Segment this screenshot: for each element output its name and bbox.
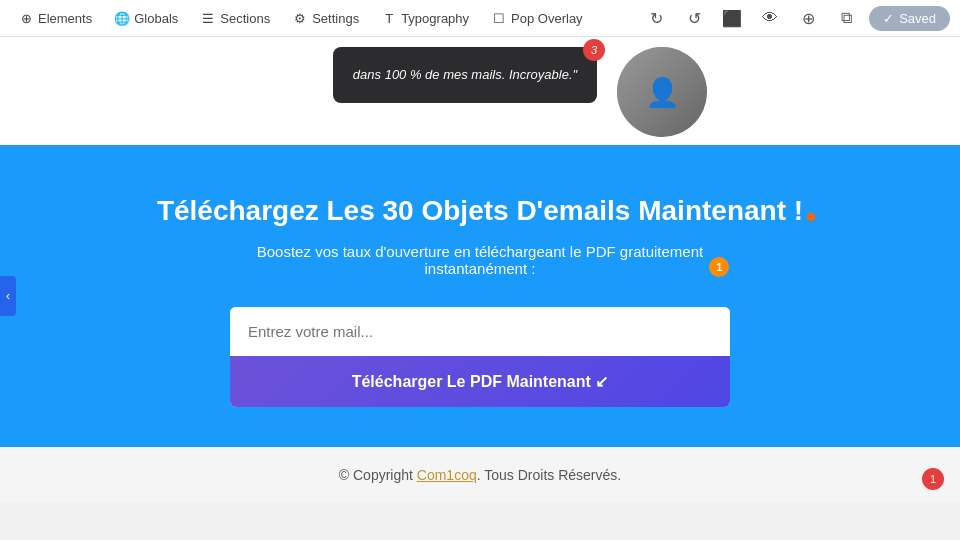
blue-heading: Téléchargez Les 30 Objets D'emails Maint… [157, 195, 803, 227]
eye-icon[interactable]: 👁 [755, 3, 785, 33]
settings-label: Settings [312, 11, 359, 26]
avatar: 👤 [617, 47, 707, 137]
footer-text: © Copyright Com1coq. Tous Droits Réservé… [339, 467, 621, 483]
pop-overlay-label: Pop Overlay [511, 11, 583, 26]
footer-text-after: . Tous Droits Réservés. [477, 467, 621, 483]
main-content: dans 100 % de mes mails. Incroyable." 3 … [0, 37, 960, 540]
blue-subtext: Boostez vos taux d'ouverture en téléchar… [257, 243, 703, 277]
pop-overlay-button[interactable]: ☐ Pop Overlay [483, 6, 591, 30]
testimonial-badge: 3 [583, 39, 605, 61]
toolbar: ⊕ Elements 🌐 Globals ☰ Sections ⚙ Settin… [0, 0, 960, 37]
saved-label: Saved [899, 11, 936, 26]
footer-badge: 1 [922, 468, 944, 490]
saved-button[interactable]: ✓ Saved [869, 6, 950, 31]
blue-section: ‹ Téléchargez Les 30 Objets D'emails Mai… [0, 145, 960, 447]
notification-badge-1: 1 [709, 257, 729, 277]
email-input[interactable] [230, 307, 730, 356]
toolbar-right: ↻ ↺ ⬛ 👁 ⊕ ⧉ ✓ Saved [641, 3, 950, 33]
rotate-icon[interactable]: ↻ [641, 3, 671, 33]
footer-link[interactable]: Com1coq [417, 467, 477, 483]
settings-button[interactable]: ⚙ Settings [284, 6, 367, 30]
globals-label: Globals [134, 11, 178, 26]
typography-button[interactable]: T Typography [373, 6, 477, 30]
globals-button[interactable]: 🌐 Globals [106, 6, 186, 30]
redo-icon[interactable]: ↺ [679, 3, 709, 33]
globe-icon: 🌐 [114, 10, 130, 26]
elements-button[interactable]: ⊕ Elements [10, 6, 100, 30]
pop-overlay-icon: ☐ [491, 10, 507, 26]
download-label: Télécharger Le PDF Maintenant ↙ [352, 372, 609, 391]
plus-circle-icon: ⊕ [18, 10, 34, 26]
email-form: Télécharger Le PDF Maintenant ↙ [230, 307, 730, 407]
share-icon[interactable]: ⧉ [831, 3, 861, 33]
typography-icon: T [381, 10, 397, 26]
typography-label: Typography [401, 11, 469, 26]
help-icon[interactable]: ⊕ [793, 3, 823, 33]
footer-copyright: © Copyright [339, 467, 417, 483]
testimonial-text: dans 100 % de mes mails. Incroyable." [353, 67, 577, 82]
sidebar-toggle[interactable]: ‹ [0, 276, 16, 316]
check-icon: ✓ [883, 11, 894, 26]
desktop-icon[interactable]: ⬛ [717, 3, 747, 33]
white-section: dans 100 % de mes mails. Incroyable." 3 … [0, 37, 960, 145]
footer: © Copyright Com1coq. Tous Droits Réservé… [0, 447, 960, 502]
testimonial-card: dans 100 % de mes mails. Incroyable." 3 [333, 47, 597, 103]
download-button[interactable]: Télécharger Le PDF Maintenant ↙ [230, 356, 730, 407]
orange-dot [807, 213, 815, 221]
sections-button[interactable]: ☰ Sections [192, 6, 278, 30]
sections-label: Sections [220, 11, 270, 26]
elements-label: Elements [38, 11, 92, 26]
sections-icon: ☰ [200, 10, 216, 26]
avatar-image: 👤 [617, 47, 707, 137]
gear-icon: ⚙ [292, 10, 308, 26]
